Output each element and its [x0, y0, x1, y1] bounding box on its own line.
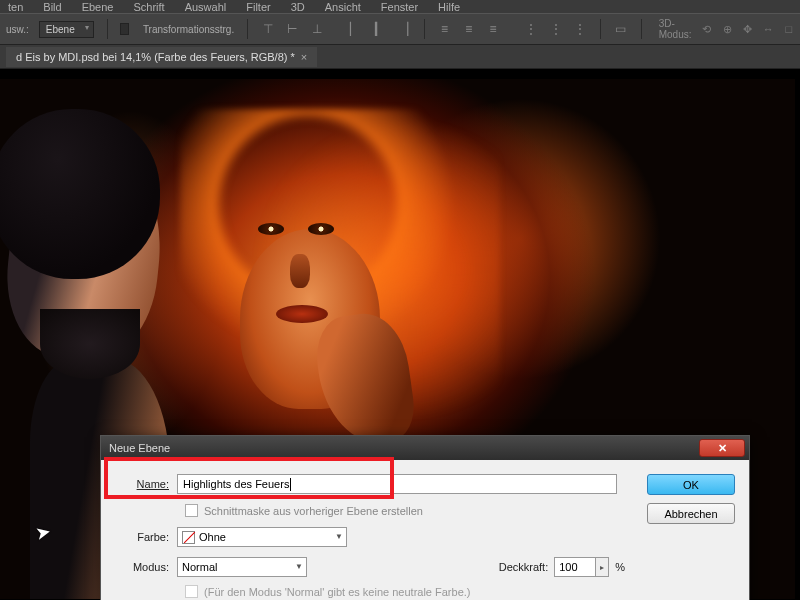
align-left-icon[interactable]: ▏ — [348, 19, 362, 39]
menu-item[interactable]: Ansicht — [325, 1, 361, 13]
close-button[interactable]: ✕ — [699, 439, 745, 457]
name-label: Name: — [115, 478, 177, 490]
transform-label: Transformationsstrg. — [143, 24, 234, 35]
menu-item[interactable]: Fenster — [381, 1, 418, 13]
close-tab-icon[interactable]: × — [301, 51, 307, 63]
opacity-unit: % — [615, 561, 625, 573]
mode-dropdown[interactable]: Normal ▼ — [177, 557, 307, 577]
transform-checkbox[interactable] — [120, 23, 129, 35]
artwork-woman-eye-left — [258, 223, 284, 235]
dialog-title: Neue Ebene — [109, 442, 170, 454]
artwork-man-hair — [0, 109, 160, 279]
options-left-label: usw.: — [6, 24, 29, 35]
dialog-body: OK Abbrechen Name: Highlights des Feuers… — [101, 460, 749, 600]
color-label: Farbe: — [115, 531, 177, 543]
artwork-woman-lips — [276, 305, 328, 323]
auto-align-icon[interactable]: ▭ — [614, 19, 628, 39]
menu-item[interactable]: Auswahl — [185, 1, 227, 13]
chevron-down-icon: ▼ — [335, 532, 343, 541]
separator — [641, 19, 642, 39]
distribute-hcenter-icon[interactable]: ⋮ — [548, 19, 562, 39]
distribute-bottom-icon[interactable]: ≡ — [486, 19, 500, 39]
separator — [600, 19, 601, 39]
separator — [247, 19, 248, 39]
neutral-label: (Für den Modus 'Normal' gibt es keine ne… — [204, 586, 471, 598]
artwork-woman-nose — [290, 254, 310, 288]
ok-button[interactable]: OK — [647, 474, 735, 495]
none-color-icon — [182, 531, 195, 544]
artwork-woman-eye-right — [308, 223, 334, 235]
document-tab-title: d Eis by MDI.psd bei 14,1% (Farbe des Fe… — [16, 51, 295, 63]
workspace: ➤ Neue Ebene ✕ OK Abbrechen Name: Highli… — [0, 69, 800, 600]
align-bottom-icon[interactable]: ⊥ — [309, 19, 323, 39]
threeD-orbit-icon[interactable]: ⟲ — [701, 21, 711, 37]
distribute-left-icon[interactable]: ⋮ — [524, 19, 538, 39]
menu-item[interactable]: 3D — [291, 1, 305, 13]
align-hcenter-icon[interactable]: ▎ — [372, 19, 386, 39]
artwork-man-beard — [40, 309, 140, 379]
threeD-label: 3D-Modus: — [659, 18, 692, 40]
opacity-label: Deckkraft: — [499, 561, 549, 573]
options-bar: usw.: Ebene Transformationsstrg. ⊤ ⊢ ⊥ ▏… — [0, 13, 800, 45]
threeD-pan-icon[interactable]: ✥ — [742, 21, 752, 37]
threeD-slide-icon[interactable]: ↔ — [763, 21, 774, 37]
color-value: Ohne — [199, 531, 226, 543]
align-top-icon[interactable]: ⊤ — [261, 19, 275, 39]
align-vcenter-icon[interactable]: ⊢ — [285, 19, 299, 39]
neutral-checkbox — [185, 585, 198, 598]
distribute-vcenter-icon[interactable]: ≡ — [462, 19, 476, 39]
menu-item[interactable]: Schrift — [133, 1, 164, 13]
distribute-top-icon[interactable]: ≡ — [437, 19, 451, 39]
align-right-icon[interactable]: ▕ — [396, 19, 410, 39]
clipmask-label: Schnittmaske aus vorheriger Ebene erstel… — [204, 505, 423, 517]
separator — [424, 19, 425, 39]
document-tab[interactable]: d Eis by MDI.psd bei 14,1% (Farbe des Fe… — [6, 47, 317, 67]
menu-item[interactable]: Hilfe — [438, 1, 460, 13]
layer-dropdown[interactable]: Ebene — [39, 21, 94, 38]
menu-item[interactable]: Bild — [43, 1, 61, 13]
opacity-stepper[interactable]: ▸ — [595, 557, 609, 577]
mode-label: Modus: — [115, 561, 177, 573]
name-input[interactable]: Highlights des Feuers — [177, 474, 617, 494]
opacity-input[interactable]: 100 — [554, 557, 596, 577]
cancel-button[interactable]: Abbrechen — [647, 503, 735, 524]
color-dropdown[interactable]: Ohne ▼ — [177, 527, 347, 547]
menu-bar: ten Bild Ebene Schrift Auswahl Filter 3D… — [0, 0, 800, 13]
menu-item[interactable]: Ebene — [82, 1, 114, 13]
threeD-scale-icon[interactable]: □ — [784, 21, 794, 37]
chevron-down-icon: ▼ — [295, 562, 303, 571]
separator — [107, 19, 108, 39]
distribute-right-icon[interactable]: ⋮ — [573, 19, 587, 39]
menu-item[interactable]: Filter — [246, 1, 270, 13]
dialog-titlebar[interactable]: Neue Ebene ✕ — [101, 436, 749, 460]
document-tab-bar: d Eis by MDI.psd bei 14,1% (Farbe des Fe… — [0, 45, 800, 69]
menu-item[interactable]: ten — [8, 1, 23, 13]
threeD-roll-icon[interactable]: ⊕ — [722, 21, 732, 37]
name-input-value: Highlights des Feuers — [183, 478, 289, 490]
clipmask-checkbox[interactable] — [185, 504, 198, 517]
new-layer-dialog: Neue Ebene ✕ OK Abbrechen Name: Highligh… — [100, 435, 750, 600]
mode-value: Normal — [182, 561, 217, 573]
